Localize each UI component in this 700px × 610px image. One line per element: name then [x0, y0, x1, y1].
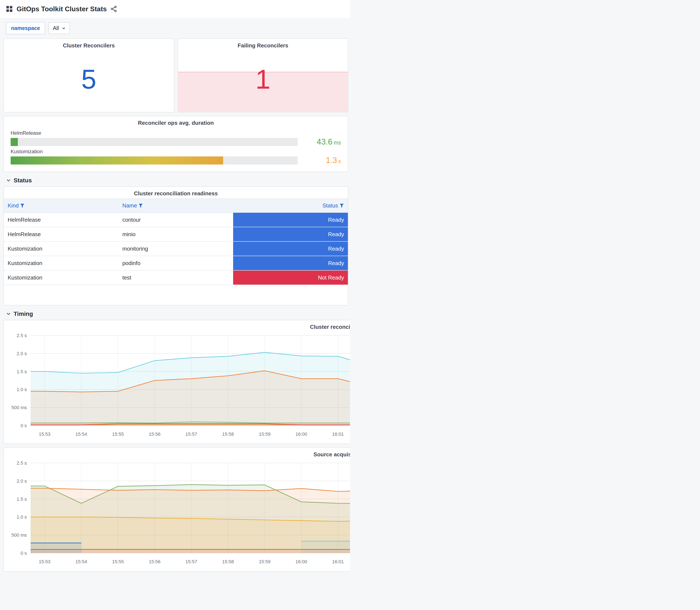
- cell-status: Ready: [233, 256, 348, 270]
- column-header-status[interactable]: Status: [233, 199, 348, 212]
- chevron-down-icon: [6, 311, 11, 317]
- dashboard-title[interactable]: GitOps Toolkit Cluster Stats: [17, 5, 107, 13]
- dashboards-grid-icon[interactable]: [6, 5, 13, 12]
- caret-down-icon: [62, 26, 66, 30]
- svg-text:2.0 s: 2.0 s: [17, 479, 27, 484]
- svg-text:1.0 s: 1.0 s: [17, 387, 27, 392]
- cell-status: Not Ready: [233, 270, 348, 285]
- svg-text:15:53: 15:53: [39, 432, 50, 437]
- panel-title[interactable]: Cluster reconciliation readiness: [4, 187, 348, 198]
- readiness-table: KindNameStatusHelmReleasecontourReadyHel…: [4, 198, 348, 285]
- svg-text:1.0 s: 1.0 s: [17, 514, 27, 520]
- stat-panel-cluster-reconcilers: Cluster Reconcilers 5: [3, 38, 174, 112]
- cell-kind: Kustomization: [4, 241, 118, 256]
- panel-cluster-reconciliation-duration: Cluster reconciliation duration 15:5315:…: [3, 320, 350, 444]
- svg-text:0 s: 0 s: [21, 423, 27, 428]
- table-row: KustomizationtestNot Ready: [4, 270, 348, 285]
- gauge-label: Kustomization: [11, 148, 341, 155]
- status-badge: Ready: [233, 227, 348, 241]
- panel-cluster-reconciliation-readiness: Cluster reconciliation readiness KindNam…: [3, 187, 348, 305]
- gauge-value: 43.6ms: [304, 137, 341, 146]
- cell-status: Ready: [233, 241, 348, 256]
- table-row: KustomizationpodinfoReady: [4, 256, 348, 270]
- variable-namespace-value: All: [53, 25, 59, 31]
- gauge-row-kustomization: Kustomization 1.3s: [11, 148, 341, 165]
- section-row-timing[interactable]: Timing: [6, 310, 350, 317]
- filter-funnel-icon[interactable]: [339, 203, 344, 208]
- svg-text:15:56: 15:56: [149, 432, 160, 437]
- cell-name: minio: [118, 227, 233, 241]
- svg-text:1.5 s: 1.5 s: [17, 497, 27, 502]
- table-row: HelmReleaseminioReady: [4, 227, 348, 241]
- template-variables-bar: namespace All: [0, 18, 350, 36]
- svg-text:15:54: 15:54: [76, 559, 87, 564]
- panel-title[interactable]: Reconciler ops avg. duration: [11, 116, 341, 128]
- gauge-label: HelmRelease: [11, 130, 341, 136]
- cell-status: Ready: [233, 212, 348, 227]
- svg-text:15:55: 15:55: [112, 559, 124, 564]
- status-badge: Ready: [233, 213, 348, 227]
- filter-funnel-icon[interactable]: [20, 203, 25, 208]
- svg-text:15:57: 15:57: [185, 432, 197, 437]
- svg-text:16:00: 16:00: [295, 432, 307, 437]
- svg-text:2.5 s: 2.5 s: [17, 460, 27, 466]
- section-row-status[interactable]: Status: [6, 177, 350, 184]
- svg-text:2.5 s: 2.5 s: [17, 333, 27, 338]
- filter-funnel-icon[interactable]: [139, 203, 143, 208]
- panel-title[interactable]: Source acquisition duration: [8, 450, 350, 459]
- svg-text:500 ms: 500 ms: [12, 532, 27, 538]
- panel-title[interactable]: Cluster reconciliation duration: [8, 322, 350, 331]
- gauge-track: [11, 157, 298, 164]
- cell-name: monitoring: [118, 241, 233, 256]
- chevron-down-icon: [6, 178, 11, 183]
- stats-row: Cluster Reconcilers 5 Failing Reconciler…: [3, 38, 350, 112]
- gauge-fill: [11, 157, 223, 164]
- variable-namespace-label: namespace: [6, 22, 45, 34]
- cell-name: test: [118, 270, 233, 285]
- section-title: Timing: [14, 310, 33, 317]
- tables-row: Cluster reconciliation readiness KindNam…: [3, 187, 350, 305]
- cell-name: contour: [118, 212, 233, 227]
- svg-text:16:01: 16:01: [332, 432, 344, 437]
- column-header-name[interactable]: Name: [118, 199, 233, 212]
- gauges-row: Reconciler ops avg. duration HelmRelease…: [3, 116, 350, 172]
- timeseries-chart[interactable]: 15:5315:5415:5515:5615:5715:5815:5916:00…: [8, 459, 350, 569]
- timeseries-plot[interactable]: 15:5315:5415:5515:5615:5715:5815:5916:00…: [8, 331, 350, 440]
- section-title: Status: [14, 177, 32, 184]
- column-header-kind[interactable]: Kind: [4, 199, 118, 212]
- panel-source-acquisition-duration: Source acquisition duration 15:5315:5415…: [3, 447, 350, 572]
- cell-kind: Kustomization: [4, 256, 118, 270]
- dashboard-header: GitOps Toolkit Cluster Stats ⚙ Last 15 m…: [0, 0, 350, 18]
- svg-text:15:59: 15:59: [259, 432, 271, 437]
- cell-name: podinfo: [118, 256, 233, 270]
- status-badge: Ready: [233, 242, 348, 256]
- variable-namespace-select[interactable]: All: [48, 22, 70, 34]
- svg-text:0 s: 0 s: [21, 550, 27, 556]
- svg-text:16:01: 16:01: [332, 559, 344, 564]
- cell-kind: HelmRelease: [4, 227, 118, 241]
- svg-text:15:56: 15:56: [149, 559, 160, 564]
- gauge-row-helmrelease: HelmRelease 43.6ms: [11, 130, 341, 146]
- stat-panel-failing-reconcilers: Failing Reconcilers 1: [178, 38, 348, 112]
- share-icon[interactable]: [111, 6, 117, 12]
- table-row: HelmReleasecontourReady: [4, 212, 348, 227]
- panel-reconciler-ops-avg-duration: Reconciler ops avg. duration HelmRelease…: [3, 116, 348, 172]
- svg-text:1.5 s: 1.5 s: [17, 369, 27, 374]
- dashboard-page: GitOps Toolkit Cluster Stats ⚙ Last 15 m…: [0, 0, 350, 610]
- svg-text:15:57: 15:57: [185, 559, 197, 564]
- svg-text:16:00: 16:00: [295, 559, 307, 564]
- timeseries-plot[interactable]: 15:5315:5415:5515:5615:5715:5815:5916:00…: [8, 459, 350, 567]
- svg-text:2.0 s: 2.0 s: [17, 351, 27, 356]
- stat-value: 1: [178, 46, 348, 112]
- svg-text:15:58: 15:58: [222, 432, 234, 437]
- timeseries-chart[interactable]: 15:5315:5415:5515:5615:5715:5815:5916:00…: [8, 331, 350, 442]
- stat-value: 5: [4, 46, 174, 112]
- svg-text:500 ms: 500 ms: [12, 405, 27, 410]
- status-badge: Not Ready: [233, 271, 348, 285]
- svg-text:15:53: 15:53: [39, 559, 50, 564]
- svg-text:15:59: 15:59: [259, 559, 271, 564]
- svg-text:15:58: 15:58: [222, 559, 234, 564]
- status-badge: Ready: [233, 256, 348, 270]
- cell-status: Ready: [233, 227, 348, 241]
- svg-text:15:55: 15:55: [112, 432, 124, 437]
